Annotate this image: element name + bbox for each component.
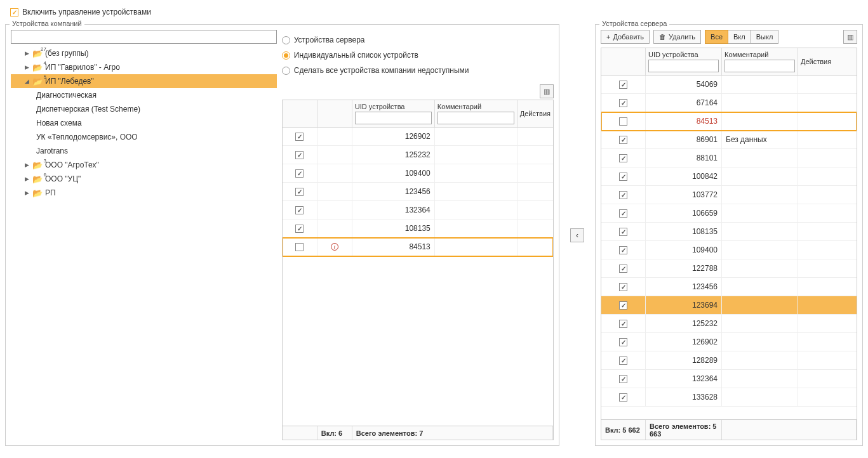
table-row[interactable]: 108135: [283, 219, 553, 238]
row-checkbox[interactable]: [619, 228, 627, 236]
tree-item[interactable]: ▶📂27(без группы): [11, 46, 277, 60]
table-row[interactable]: 123456: [283, 183, 553, 201]
table-row[interactable]: 106659: [601, 204, 857, 223]
row-checkbox[interactable]: [295, 225, 304, 233]
row-checkbox[interactable]: [619, 375, 627, 383]
table-row[interactable]: 133628: [601, 388, 857, 407]
table-row[interactable]: 109400: [601, 241, 857, 259]
row-checkbox[interactable]: [619, 191, 627, 199]
tree-item-label: Диагностическая: [36, 91, 97, 100]
enable-device-mgmt-checkbox[interactable]: [10, 8, 18, 16]
row-checkbox[interactable]: [619, 173, 627, 181]
expand-arrow-icon[interactable]: ◢: [23, 78, 30, 84]
table-row[interactable]: 108135: [601, 223, 857, 241]
table-row[interactable]: 103772: [601, 186, 857, 204]
device-mode-radio-row[interactable]: Устройства сервера: [282, 32, 554, 48]
table-row[interactable]: 54069: [601, 75, 857, 94]
table-row[interactable]: 86901Без данных: [601, 131, 857, 149]
filter-on-button[interactable]: Вкл: [728, 30, 751, 44]
table-row[interactable]: 125232: [283, 146, 553, 164]
radio-button[interactable]: [282, 67, 290, 75]
table-row[interactable]: 125232: [601, 315, 857, 333]
row-checkbox[interactable]: [295, 188, 304, 196]
table-row[interactable]: 100842: [601, 167, 857, 186]
actions-cell: [798, 388, 857, 406]
radio-button[interactable]: [282, 36, 290, 44]
company-tree-search[interactable]: [11, 30, 277, 44]
row-checkbox[interactable]: [295, 206, 304, 214]
row-checkbox[interactable]: [619, 81, 627, 89]
row-checkbox[interactable]: [619, 246, 627, 254]
company-grid-footer-on: Вкл: 6: [317, 426, 352, 440]
row-checkbox[interactable]: [619, 265, 627, 273]
row-checkbox[interactable]: [619, 136, 627, 144]
tree-item[interactable]: Диспетчерская (Test Scheme): [11, 102, 277, 116]
row-checkbox[interactable]: [295, 243, 304, 251]
company-grid-filter-uid[interactable]: [355, 112, 432, 124]
tree-item[interactable]: ▶📂РП: [11, 186, 277, 200]
table-row[interactable]: 128289: [601, 351, 857, 370]
tree-item[interactable]: УК «Теплодомсервис», ООО: [11, 130, 277, 144]
comment-cell: [722, 333, 798, 351]
table-row[interactable]: 122788: [601, 259, 857, 278]
server-grid-filter-uid[interactable]: [648, 60, 719, 72]
device-mode-radio-row[interactable]: Сделать все устройства компании недоступ…: [282, 63, 554, 78]
add-button[interactable]: + Добавить: [601, 30, 650, 44]
comment-cell: [722, 315, 798, 332]
server-grid-filter-comment[interactable]: [724, 60, 795, 72]
row-checkbox[interactable]: [619, 393, 627, 402]
row-checkbox[interactable]: [619, 357, 627, 365]
table-row[interactable]: i84513: [283, 238, 553, 256]
row-checkbox[interactable]: [295, 169, 304, 178]
actions-cell: [798, 131, 857, 148]
tree-item[interactable]: ▶📂6ООО "УЦ": [11, 172, 277, 186]
server-grid-footer-total: Всего элементов: 5 663: [646, 420, 722, 440]
company-grid-body[interactable]: 126902125232109400123456132364108135i845…: [283, 128, 553, 426]
company-tree[interactable]: ▶📂27(без группы)▶📂4ИП "Гаврилов" - Агро◢…: [11, 46, 277, 440]
row-checkbox[interactable]: [619, 117, 627, 126]
table-row[interactable]: 123694: [601, 296, 857, 315]
tree-item[interactable]: ▶📂4ИП "Гаврилов" - Агро: [11, 60, 277, 74]
row-checkbox[interactable]: [295, 133, 304, 141]
table-row[interactable]: 126902: [601, 333, 857, 351]
expand-arrow-icon[interactable]: ▶: [23, 64, 30, 70]
company-grid-filter-comment[interactable]: [437, 112, 514, 124]
table-row[interactable]: 126902: [283, 128, 553, 146]
company-grid-settings-icon[interactable]: ▥: [540, 84, 554, 98]
filter-all-button[interactable]: Все: [705, 30, 728, 44]
row-checkbox[interactable]: [619, 338, 627, 346]
tree-item[interactable]: Новая схема: [11, 116, 277, 130]
tree-item[interactable]: ▶📂3ООО "АгроТех": [11, 158, 277, 172]
radio-button[interactable]: [282, 51, 290, 60]
table-row[interactable]: 84513: [601, 112, 857, 131]
row-checkbox[interactable]: [619, 209, 627, 218]
table-row[interactable]: 132364: [601, 370, 857, 388]
server-grid-footer-on: Вкл: 5 662: [601, 420, 646, 440]
row-checkbox[interactable]: [619, 301, 627, 310]
row-checkbox[interactable]: [619, 99, 627, 107]
tree-item[interactable]: Jarotrans: [11, 144, 277, 158]
company-grid-footer-total: Всего элементов: 7: [352, 426, 553, 440]
device-mode-radio-row[interactable]: Индивидуальный список устройств: [282, 48, 554, 63]
filter-off-button[interactable]: Выкл: [751, 30, 779, 44]
row-checkbox[interactable]: [619, 320, 627, 328]
tree-item[interactable]: ◢📂5ИП "Лебедев": [11, 74, 277, 88]
tree-item[interactable]: Диагностическая: [11, 88, 277, 102]
expand-arrow-icon[interactable]: ▶: [23, 50, 30, 56]
table-row[interactable]: 109400: [283, 164, 553, 183]
server-grid-settings-icon[interactable]: ▥: [843, 30, 857, 44]
expand-arrow-icon[interactable]: ▶: [23, 176, 30, 182]
server-grid-body[interactable]: 54069671648451386901Без данных8810110084…: [601, 75, 857, 419]
expand-arrow-icon[interactable]: ▶: [23, 162, 30, 168]
table-row[interactable]: 123456: [601, 278, 857, 296]
table-row[interactable]: 67164: [601, 94, 857, 112]
row-checkbox[interactable]: [619, 154, 627, 162]
table-row[interactable]: 88101: [601, 149, 857, 167]
move-left-button[interactable]: ‹: [570, 228, 584, 242]
delete-button[interactable]: 🗑 Удалить: [653, 30, 701, 44]
expand-arrow-icon[interactable]: ▶: [23, 190, 30, 196]
enable-device-mgmt-row: Включить управление устройствами: [5, 5, 863, 24]
row-checkbox[interactable]: [619, 283, 627, 291]
row-checkbox[interactable]: [295, 151, 304, 159]
table-row[interactable]: 132364: [283, 201, 553, 219]
